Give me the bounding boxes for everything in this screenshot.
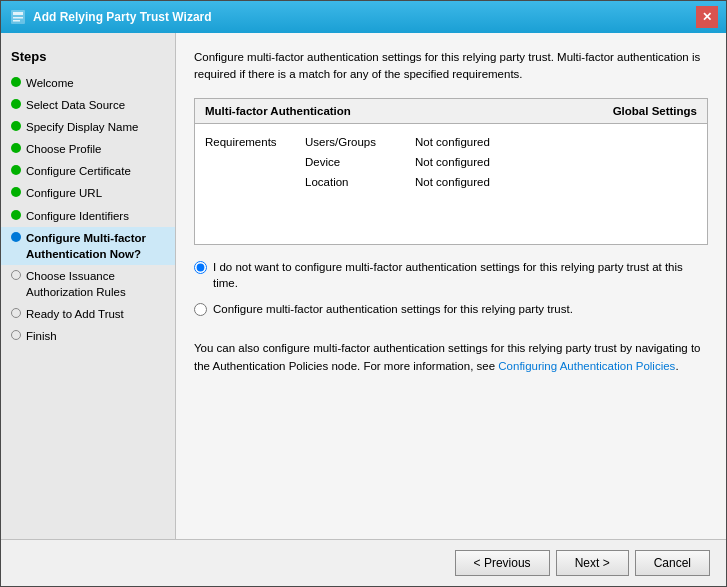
radio-option-2[interactable]: Configure multi-factor authentication se… xyxy=(194,301,708,317)
mfa-table-body: Requirements Users/Groups Not configured… xyxy=(195,124,707,244)
sidebar-item-select-data-source[interactable]: Select Data Source xyxy=(1,94,175,116)
sidebar-item-label: Specify Display Name xyxy=(26,119,138,135)
sidebar-item-label: Choose Profile xyxy=(26,141,101,157)
table-header-right: Global Settings xyxy=(613,105,697,117)
radio-option-1[interactable]: I do not want to configure multi-factor … xyxy=(194,259,708,291)
dot-icon xyxy=(11,143,21,153)
app-icon xyxy=(9,8,27,26)
main-window: Add Relying Party Trust Wizard ✕ Steps W… xyxy=(0,0,727,587)
mfa-status: Not configured xyxy=(415,176,490,188)
radio-label-2: Configure multi-factor authentication se… xyxy=(213,301,573,317)
radio-label-1: I do not want to configure multi-factor … xyxy=(213,259,708,291)
titlebar-left: Add Relying Party Trust Wizard xyxy=(9,8,212,26)
previous-button[interactable]: < Previous xyxy=(455,550,550,576)
sidebar-item-label: Select Data Source xyxy=(26,97,125,113)
dot-icon xyxy=(11,232,21,242)
titlebar: Add Relying Party Trust Wizard ✕ xyxy=(1,1,726,33)
mfa-table: Multi-factor Authentication Global Setti… xyxy=(194,98,708,245)
mfa-status: Not configured xyxy=(415,136,490,148)
dot-icon xyxy=(11,308,21,318)
sidebar-item-label: Choose Issuance Authorization Rules xyxy=(26,268,165,300)
dot-icon xyxy=(11,121,21,131)
dot-icon xyxy=(11,270,21,280)
sidebar: Steps Welcome Select Data Source Specify… xyxy=(1,33,176,539)
dot-icon xyxy=(11,77,21,87)
dot-icon xyxy=(11,165,21,175)
svg-rect-2 xyxy=(13,17,23,19)
main-description: Configure multi-factor authentication se… xyxy=(194,49,708,84)
close-button[interactable]: ✕ xyxy=(696,6,718,28)
sidebar-item-label: Configure Certificate xyxy=(26,163,131,179)
sidebar-item-label: Ready to Add Trust xyxy=(26,306,124,322)
dot-icon xyxy=(11,99,21,109)
sidebar-item-finish[interactable]: Finish xyxy=(1,325,175,347)
dot-icon xyxy=(11,210,21,220)
sidebar-title: Steps xyxy=(1,43,175,72)
next-button[interactable]: Next > xyxy=(556,550,629,576)
mfa-status: Not configured xyxy=(415,156,490,168)
sidebar-item-ready-to-add[interactable]: Ready to Add Trust xyxy=(1,303,175,325)
radio-group: I do not want to configure multi-factor … xyxy=(194,259,708,317)
radio-input-2[interactable] xyxy=(194,303,207,316)
main-panel: Configure multi-factor authentication se… xyxy=(176,33,726,539)
content-area: Steps Welcome Select Data Source Specify… xyxy=(1,33,726,539)
mfa-item: Device xyxy=(305,156,415,168)
info-text-after: . xyxy=(675,360,678,372)
mfa-table-header: Multi-factor Authentication Global Setti… xyxy=(195,99,707,124)
sidebar-item-label: Configure URL xyxy=(26,185,102,201)
footer: < Previous Next > Cancel xyxy=(1,539,726,586)
sidebar-item-choose-issuance[interactable]: Choose Issuance Authorization Rules xyxy=(1,265,175,303)
sidebar-item-configure-mfa[interactable]: Configure Multi-factor Authentication No… xyxy=(1,227,175,265)
info-link[interactable]: Configuring Authentication Policies xyxy=(498,360,675,372)
dot-icon xyxy=(11,187,21,197)
table-row: Requirements Users/Groups Not configured xyxy=(195,132,707,152)
dot-icon xyxy=(11,330,21,340)
sidebar-item-label: Finish xyxy=(26,328,57,344)
mfa-item: Users/Groups xyxy=(305,136,415,148)
sidebar-item-configure-identifiers[interactable]: Configure Identifiers xyxy=(1,205,175,227)
sidebar-item-label: Configure Multi-factor Authentication No… xyxy=(26,230,165,262)
svg-rect-3 xyxy=(13,20,20,22)
info-text: You can also configure multi-factor auth… xyxy=(194,339,708,376)
mfa-item: Location xyxy=(305,176,415,188)
sidebar-item-welcome[interactable]: Welcome xyxy=(1,72,175,94)
mfa-category: Requirements xyxy=(205,136,305,148)
sidebar-item-configure-url[interactable]: Configure URL xyxy=(1,182,175,204)
sidebar-item-specify-display-name[interactable]: Specify Display Name xyxy=(1,116,175,138)
sidebar-item-configure-certificate[interactable]: Configure Certificate xyxy=(1,160,175,182)
sidebar-item-label: Configure Identifiers xyxy=(26,208,129,224)
table-row: Device Not configured xyxy=(195,152,707,172)
table-row: Location Not configured xyxy=(195,172,707,192)
svg-rect-1 xyxy=(13,12,23,15)
sidebar-item-choose-profile[interactable]: Choose Profile xyxy=(1,138,175,160)
radio-input-1[interactable] xyxy=(194,261,207,274)
cancel-button[interactable]: Cancel xyxy=(635,550,710,576)
sidebar-item-label: Welcome xyxy=(26,75,74,91)
table-header-left: Multi-factor Authentication xyxy=(205,105,351,117)
window-title: Add Relying Party Trust Wizard xyxy=(33,10,212,24)
